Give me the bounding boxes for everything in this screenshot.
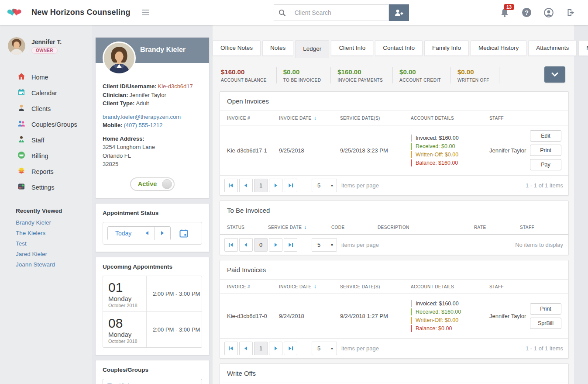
col-service-dates[interactable]: SERVICE DATE(S) bbox=[340, 116, 411, 121]
detail-written-off: Written-Off: $0.00 bbox=[411, 317, 489, 324]
items-per-page-select[interactable]: 5▾ bbox=[312, 179, 337, 192]
tab-contact-info[interactable]: Contact Info bbox=[375, 40, 423, 56]
col-invoice-date[interactable]: INVOICE DATE↓ bbox=[279, 284, 340, 290]
logout-icon[interactable] bbox=[566, 8, 576, 17]
appointment-weekday: Monday bbox=[108, 295, 146, 302]
tab-client-info[interactable]: Client Info bbox=[331, 40, 373, 56]
notifications-bell-icon[interactable]: 13 bbox=[500, 8, 509, 17]
sidebar-item-couples-groups[interactable]: Couples/Groups bbox=[0, 117, 92, 132]
first-page-button[interactable] bbox=[224, 342, 238, 355]
tab-ledger[interactable]: Ledger bbox=[295, 40, 329, 58]
mobile-value[interactable]: (407) 555-1212 bbox=[124, 122, 163, 128]
tab-more-label: More bbox=[586, 45, 588, 51]
prev-day-button[interactable] bbox=[139, 227, 155, 240]
prev-page-button[interactable] bbox=[239, 179, 253, 192]
appointment-item[interactable]: 08 Monday October 2018 2:00 PM - 3:00 PM bbox=[103, 311, 202, 347]
col-status[interactable]: STATUS bbox=[227, 225, 268, 230]
print-invoice-button[interactable]: Print bbox=[530, 145, 561, 156]
sidebar-item-billing[interactable]: Billing bbox=[0, 148, 92, 164]
paid-invoices-panel: Paid Invoices INVOICE # INVOICE DATE↓ SE… bbox=[220, 260, 569, 359]
recent-client-link[interactable]: Brandy Kieler bbox=[16, 219, 92, 226]
address-line: 32825 bbox=[103, 160, 202, 169]
print-invoice-button[interactable]: Print bbox=[530, 303, 561, 315]
couples-group-link[interactable]: The Kielers bbox=[103, 379, 202, 384]
next-page-button[interactable] bbox=[269, 238, 282, 252]
sidebar-item-clients[interactable]: Clients bbox=[0, 101, 92, 117]
client-type-value: Adult bbox=[136, 100, 149, 107]
clients-icon bbox=[17, 104, 25, 114]
collapse-summary-button[interactable] bbox=[544, 66, 565, 83]
col-staff[interactable]: STAFF bbox=[489, 284, 530, 289]
col-service-dates[interactable]: SERVICE DATE(S) bbox=[340, 284, 411, 289]
col-service-date[interactable]: SERVICE DATE↓ bbox=[268, 224, 331, 230]
detail-invoiced: Invoiced: $160.00 bbox=[411, 135, 489, 142]
today-button[interactable]: Today bbox=[108, 227, 139, 240]
sprbill-button[interactable]: SprBill bbox=[530, 318, 561, 329]
col-staff[interactable]: STAFF bbox=[489, 116, 530, 121]
stat-value: $0.00 bbox=[457, 68, 489, 76]
client-email-link[interactable]: brandy.kieler@therapyzen.com bbox=[103, 114, 181, 120]
address-line: 3254 Longhorn Lane bbox=[103, 143, 202, 152]
next-page-button[interactable] bbox=[269, 342, 282, 355]
last-page-button[interactable] bbox=[284, 238, 297, 252]
add-client-button[interactable] bbox=[389, 4, 409, 21]
col-invoice-number[interactable]: INVOICE # bbox=[227, 284, 279, 289]
recent-client-link[interactable]: Test bbox=[16, 240, 92, 247]
appointment-status-card: Appointment Status Today bbox=[95, 203, 210, 252]
to-be-invoiced-pagination: 0 5▾ items per page No items to display bbox=[220, 235, 568, 255]
paid-invoices-title: Paid Invoices bbox=[220, 260, 568, 280]
prev-page-button[interactable] bbox=[239, 238, 253, 252]
main-nav: Home Calendar Clients Couples/Groups Sta… bbox=[0, 69, 92, 195]
last-page-button[interactable] bbox=[284, 342, 297, 355]
sidebar-item-staff[interactable]: Staff bbox=[0, 132, 92, 148]
profile-icon[interactable] bbox=[544, 8, 554, 17]
sidebar-item-calendar[interactable]: Calendar bbox=[0, 85, 92, 101]
col-code[interactable]: CODE bbox=[331, 225, 378, 230]
items-per-page-select[interactable]: 5▾ bbox=[312, 238, 337, 252]
tab-office-notes[interactable]: Office Notes bbox=[213, 40, 261, 56]
col-description[interactable]: DESCRIPTION bbox=[378, 225, 474, 230]
tab-medical-history[interactable]: Medical History bbox=[471, 40, 526, 56]
appointment-time: 2:00 PM - 3:00 PM bbox=[147, 276, 202, 311]
col-label: SERVICE DATE bbox=[268, 225, 302, 230]
col-staff[interactable]: STAFF bbox=[520, 225, 561, 230]
pay-invoice-button[interactable]: Pay bbox=[530, 159, 561, 170]
invoice-row: Kie-d3cb6d17-0 9/24/2018 9/24/2018 1:27 … bbox=[220, 294, 568, 338]
tab-more[interactable]: More▾ bbox=[578, 40, 588, 56]
stat-account-balance: $160.00 ACCOUNT BALANCE bbox=[220, 67, 277, 83]
col-invoice-number[interactable]: INVOICE # bbox=[227, 116, 279, 121]
recent-client-link[interactable]: Joann Steward bbox=[16, 261, 92, 268]
tab-attachments[interactable]: Attachments bbox=[528, 40, 577, 56]
help-icon[interactable]: ? bbox=[522, 8, 531, 17]
sidebar-item-settings[interactable]: Settings bbox=[0, 180, 92, 195]
current-page[interactable]: 0 bbox=[254, 238, 268, 252]
sidebar-item-reports[interactable]: Reports bbox=[0, 164, 92, 180]
current-page[interactable]: 1 bbox=[254, 179, 268, 192]
sidebar-item-home[interactable]: Home bbox=[0, 69, 92, 85]
recently-viewed: Recently Viewed Brandy Kieler The Kieler… bbox=[0, 208, 92, 268]
calendar-picker-icon[interactable] bbox=[179, 229, 188, 238]
current-page[interactable]: 1 bbox=[254, 342, 268, 355]
sidebar-item-label: Reports bbox=[31, 168, 54, 175]
service-date: 9/24/2018 1:27 PM bbox=[340, 313, 411, 319]
hamburger-menu-icon[interactable] bbox=[142, 10, 149, 15]
current-user[interactable]: Jennifer T. OWNER bbox=[0, 37, 92, 55]
next-page-button[interactable] bbox=[269, 179, 282, 192]
recent-client-link[interactable]: Jared Kieler bbox=[16, 251, 92, 257]
recent-client-link[interactable]: The Kielers bbox=[16, 230, 92, 236]
last-page-button[interactable] bbox=[284, 179, 297, 192]
search-input[interactable] bbox=[290, 4, 389, 21]
tab-notes[interactable]: Notes bbox=[262, 40, 293, 56]
first-page-button[interactable] bbox=[224, 238, 238, 252]
next-day-button[interactable] bbox=[155, 227, 170, 240]
prev-page-button[interactable] bbox=[239, 342, 253, 355]
first-page-button[interactable] bbox=[224, 179, 238, 192]
active-status-toggle[interactable]: Active bbox=[130, 177, 175, 191]
items-per-page-select[interactable]: 5▾ bbox=[312, 342, 337, 355]
tab-family-info[interactable]: Family Info bbox=[424, 40, 469, 56]
appointment-item[interactable]: 01 Monday October 2018 2:00 PM - 3:00 PM bbox=[103, 276, 202, 311]
col-rate[interactable]: RATE bbox=[474, 225, 520, 230]
col-invoice-date[interactable]: INVOICE DATE↓ bbox=[279, 115, 340, 121]
edit-invoice-button[interactable]: Edit bbox=[530, 130, 561, 142]
top-header: ❤❤ New Horizons Counseling 13 ? bbox=[0, 0, 588, 25]
